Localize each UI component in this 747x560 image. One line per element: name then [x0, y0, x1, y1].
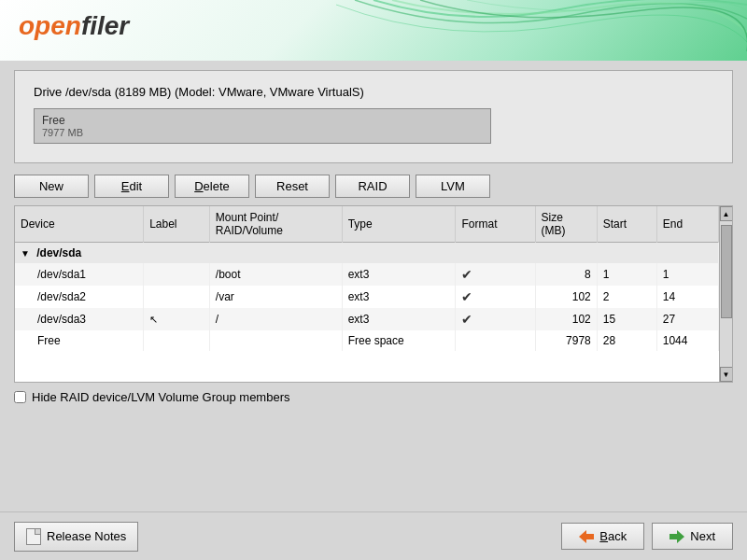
row-label — [144, 263, 210, 286]
row-end: 1 — [656, 263, 718, 286]
scroll-up-arrow[interactable]: ▲ — [720, 206, 733, 221]
toolbar: New Edit Delete Reset RAID LVM — [14, 175, 733, 198]
lvm-button[interactable]: LVM — [416, 175, 490, 198]
header-decoration — [280, 0, 747, 61]
new-button[interactable]: New — [14, 175, 89, 198]
col-device: Device — [15, 206, 144, 243]
cursor-icon: ↖ — [149, 314, 158, 325]
row-start: 2 — [597, 286, 656, 308]
logo-open: open — [19, 11, 81, 40]
row-end: 14 — [656, 286, 718, 308]
table-row[interactable]: /dev/sda1 /boot ext3 ✔ 8 1 1 — [15, 263, 719, 286]
main-content: Drive /dev/sda (8189 MB) (Model: VMware,… — [0, 61, 747, 417]
next-icon — [669, 530, 684, 543]
row-mount: /boot — [209, 263, 342, 286]
row-label — [144, 286, 210, 308]
row-start: 1 — [597, 263, 656, 286]
col-mount: Mount Point/RAID/Volume — [209, 206, 342, 243]
delete-label: Delete — [194, 179, 230, 193]
row-format: ✔ — [456, 286, 535, 308]
back-label: Back — [599, 529, 627, 543]
row-type: ext3 — [342, 263, 456, 286]
table-row[interactable]: /dev/sda2 /var ext3 ✔ 102 2 14 — [15, 286, 719, 308]
expand-icon: ▼ — [21, 248, 30, 259]
row-size: 7978 — [535, 330, 597, 351]
group-label: ▼ /dev/sda — [15, 243, 719, 264]
row-start: 15 — [597, 308, 656, 330]
reset-button[interactable]: Reset — [255, 175, 330, 198]
hide-raid-row: Hide RAID device/LVM Volume Group member… — [14, 383, 733, 408]
partition-table: Device Label Mount Point/RAID/Volume Typ… — [15, 206, 719, 351]
drive-title: Drive /dev/sda (8189 MB) (Model: VMware,… — [34, 85, 713, 99]
row-type: ext3 — [342, 286, 456, 308]
row-device: /dev/sda1 — [15, 263, 144, 286]
row-device: Free — [15, 330, 144, 351]
raid-button[interactable]: RAID — [335, 175, 410, 198]
row-device: /dev/sda2 — [15, 286, 144, 308]
row-type: Free space — [342, 330, 456, 351]
col-type: Type — [342, 206, 456, 243]
col-format: Format — [456, 206, 535, 243]
row-size: 102 — [535, 308, 597, 330]
delete-button[interactable]: Delete — [175, 175, 249, 198]
table-row[interactable]: /dev/sda3 ↖ / ext3 ✔ 102 15 27 — [15, 308, 719, 330]
row-format: ✔ — [456, 308, 535, 330]
row-label — [144, 330, 210, 351]
row-device: /dev/sda3 — [15, 308, 144, 330]
group-device-name: /dev/sda — [36, 246, 81, 259]
row-label: ↖ — [144, 308, 210, 330]
release-notes-button[interactable]: Release Notes — [14, 522, 138, 552]
row-mount — [209, 330, 342, 351]
row-size: 102 — [535, 286, 597, 308]
svg-marker-1 — [669, 530, 684, 543]
bottom-right: Back Next — [561, 523, 733, 550]
hide-raid-label: Hide RAID device/LVM Volume Group member… — [32, 390, 289, 404]
back-button[interactable]: Back — [561, 523, 644, 550]
table-row[interactable]: Free Free space 7978 28 1044 — [15, 330, 719, 351]
row-end: 1044 — [656, 330, 718, 351]
next-label: Next — [690, 529, 715, 543]
col-label: Label — [144, 206, 210, 243]
edit-label: Edit — [121, 179, 142, 193]
row-end: 27 — [656, 308, 718, 330]
document-icon — [26, 528, 41, 545]
row-format — [456, 330, 535, 351]
scrollbar[interactable]: ▲ ▼ — [719, 206, 732, 382]
row-size: 8 — [535, 263, 597, 286]
col-end: End — [656, 206, 718, 243]
svg-marker-0 — [579, 530, 594, 543]
release-notes-label: Release Notes — [47, 529, 126, 543]
header: openfiler — [0, 0, 747, 61]
col-size: Size(MB) — [535, 206, 597, 243]
row-mount: / — [209, 308, 342, 330]
row-type: ext3 — [342, 308, 456, 330]
logo: openfiler — [19, 11, 129, 41]
table-header-row: Device Label Mount Point/RAID/Volume Typ… — [15, 206, 719, 243]
row-format: ✔ — [456, 263, 535, 286]
bottom-bar: Release Notes Back Next — [0, 511, 747, 560]
drive-box: Drive /dev/sda (8189 MB) (Model: VMware,… — [14, 70, 733, 163]
next-button[interactable]: Next — [652, 523, 733, 550]
col-start: Start — [597, 206, 656, 243]
table-group-row: ▼ /dev/sda — [15, 243, 719, 264]
drive-bar-label: Free — [42, 114, 490, 127]
bottom-left: Release Notes — [14, 522, 138, 552]
row-start: 28 — [597, 330, 656, 351]
back-icon — [579, 530, 594, 543]
partition-table-wrapper: ▲ ▼ Device Label Mount Point/RAID/Volume… — [14, 205, 733, 383]
hide-raid-checkbox[interactable] — [14, 391, 26, 403]
scrollbar-thumb[interactable] — [721, 225, 732, 318]
drive-free-segment: Free 7977 MB — [35, 109, 490, 143]
drive-bar: Free 7977 MB — [34, 108, 491, 144]
drive-bar-size: 7977 MB — [42, 127, 490, 138]
scroll-down-arrow[interactable]: ▼ — [720, 367, 733, 382]
edit-button[interactable]: Edit — [94, 175, 169, 198]
row-mount: /var — [209, 286, 342, 308]
